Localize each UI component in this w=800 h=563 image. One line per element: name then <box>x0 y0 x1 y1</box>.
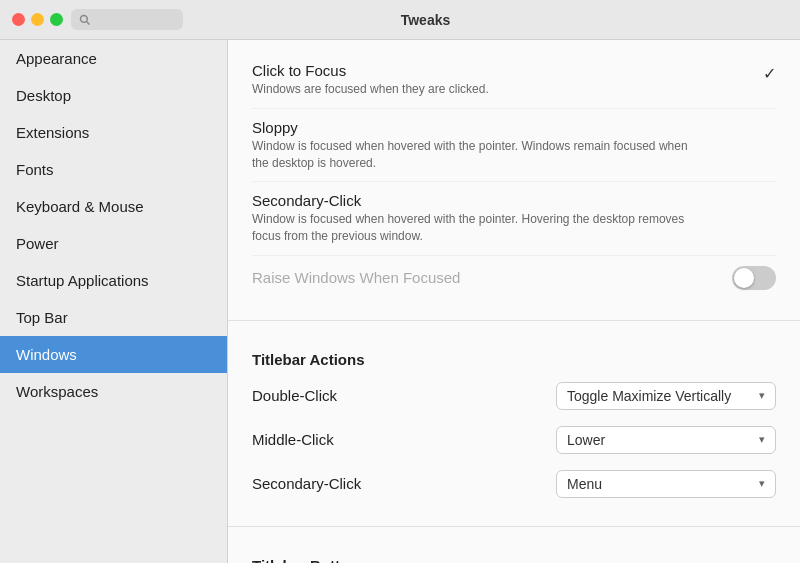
focus-option-desc-secondary-click: Window is focused when hovered with the … <box>252 211 692 245</box>
close-button[interactable] <box>12 13 25 26</box>
sidebar-item-windows[interactable]: Windows <box>0 336 227 373</box>
titlebar-buttons-section: Titlebar ButtonsMaximizeMinimizePlacemen… <box>228 535 800 563</box>
divider-2 <box>228 526 800 527</box>
app-body: AppearanceDesktopExtensionsFontsKeyboard… <box>0 40 800 563</box>
svg-point-0 <box>81 15 88 22</box>
action-label-0: Double-Click <box>252 387 337 404</box>
search-icon <box>79 14 91 26</box>
sidebar-item-startup-applications[interactable]: Startup Applications <box>0 262 227 299</box>
dropdown-arrow-icon-2: ▾ <box>759 477 765 490</box>
focus-option-click-to-focus[interactable]: Click to FocusWindows are focused when t… <box>252 52 776 109</box>
raise-windows-row: Raise Windows When Focused <box>252 256 776 300</box>
checkmark-icon: ✓ <box>763 64 776 83</box>
window-controls <box>12 13 63 26</box>
focus-option-title-secondary-click: Secondary-Click <box>252 192 776 209</box>
dropdown-value-2: Menu <box>567 476 602 492</box>
divider <box>228 320 800 321</box>
dropdown-value-0: Toggle Maximize Vertically <box>567 388 731 404</box>
action-label-2: Secondary-Click <box>252 475 361 492</box>
sidebar-item-keyboard-mouse[interactable]: Keyboard & Mouse <box>0 188 227 225</box>
sidebar-item-workspaces[interactable]: Workspaces <box>0 373 227 410</box>
focus-section: Click to FocusWindows are focused when t… <box>228 40 800 312</box>
dropdown-arrow-icon-1: ▾ <box>759 433 765 446</box>
sidebar-item-top-bar[interactable]: Top Bar <box>0 299 227 336</box>
focus-option-text-sloppy: SloppyWindow is focused when hovered wit… <box>252 119 776 172</box>
focus-option-text-click-to-focus: Click to FocusWindows are focused when t… <box>252 62 751 98</box>
svg-line-1 <box>87 21 90 24</box>
dropdown-0[interactable]: Toggle Maximize Vertically▾ <box>556 382 776 410</box>
sidebar-item-fonts[interactable]: Fonts <box>0 151 227 188</box>
dropdown-2[interactable]: Menu▾ <box>556 470 776 498</box>
sidebar-item-desktop[interactable]: Desktop <box>0 77 227 114</box>
focus-option-text-secondary-click: Secondary-ClickWindow is focused when ho… <box>252 192 776 245</box>
focus-option-sloppy[interactable]: SloppyWindow is focused when hovered wit… <box>252 109 776 183</box>
dropdown-value-1: Lower <box>567 432 605 448</box>
dropdown-1[interactable]: Lower▾ <box>556 426 776 454</box>
sidebar-item-power[interactable]: Power <box>0 225 227 262</box>
action-row-2: Secondary-ClickMenu▾ <box>252 462 776 506</box>
focus-option-secondary-click[interactable]: Secondary-ClickWindow is focused when ho… <box>252 182 776 256</box>
titlebar-buttons-title: Titlebar Buttons <box>252 547 776 563</box>
focus-option-title-click-to-focus: Click to Focus <box>252 62 751 79</box>
maximize-button[interactable] <box>50 13 63 26</box>
sidebar-item-extensions[interactable]: Extensions <box>0 114 227 151</box>
search-input[interactable] <box>95 12 175 27</box>
sidebar-item-appearance[interactable]: Appearance <box>0 40 227 77</box>
sidebar: AppearanceDesktopExtensionsFontsKeyboard… <box>0 40 228 563</box>
action-row-0: Double-ClickToggle Maximize Vertically▾ <box>252 374 776 418</box>
minimize-button[interactable] <box>31 13 44 26</box>
action-label-1: Middle-Click <box>252 431 334 448</box>
search-box[interactable] <box>71 9 183 30</box>
focus-option-desc-click-to-focus: Windows are focused when they are clicke… <box>252 81 692 98</box>
main-content: Click to FocusWindows are focused when t… <box>228 40 800 563</box>
focus-option-title-sloppy: Sloppy <box>252 119 776 136</box>
title-bar: Tweaks <box>0 0 800 40</box>
titlebar-actions-section: Titlebar ActionsDouble-ClickToggle Maxim… <box>228 329 800 518</box>
focus-option-desc-sloppy: Window is focused when hovered with the … <box>252 138 692 172</box>
dropdown-arrow-icon-0: ▾ <box>759 389 765 402</box>
raise-windows-label: Raise Windows When Focused <box>252 269 460 286</box>
action-row-1: Middle-ClickLower▾ <box>252 418 776 462</box>
app-title: Tweaks <box>191 12 660 28</box>
raise-windows-toggle[interactable] <box>732 266 776 290</box>
titlebar-actions-title: Titlebar Actions <box>252 341 776 374</box>
